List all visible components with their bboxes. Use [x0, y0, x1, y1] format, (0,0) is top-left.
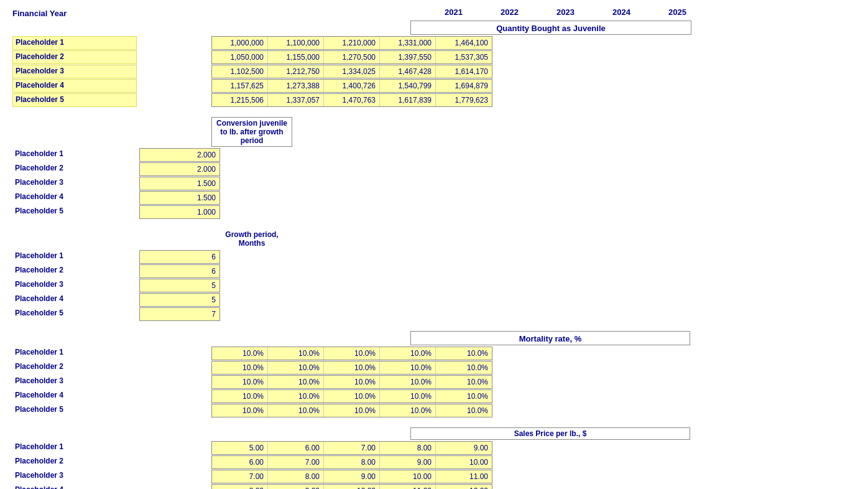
qty-row-cells-0: 1,000,0001,100,0001,210,0001,331,0001,46… [211, 36, 492, 50]
qty-cell-3-2[interactable]: 1,400,726 [324, 80, 380, 92]
growth-rows-label-1: Placeholder 2 [12, 264, 137, 278]
mort-rows-cells-4: 10.0%10.0%10.0%10.0%10.0% [211, 404, 492, 417]
sp-rows-cell-1-0[interactable]: 6.00 [212, 456, 268, 468]
mort-rows-cell-4-0[interactable]: 10.0% [212, 404, 268, 417]
conv-rows-cell-3[interactable]: 1.500 [139, 191, 220, 205]
conversion-section: Conversion juvenileto lb. after growthpe… [12, 117, 856, 219]
growth-rows-cell-0[interactable]: 6 [139, 250, 220, 264]
sp-rows-cell-3-2[interactable]: 10.00 [324, 485, 380, 489]
mort-rows-cell-3-1[interactable]: 10.0% [268, 390, 324, 403]
sp-rows-cell-2-0[interactable]: 7.00 [212, 470, 268, 483]
qty-cell-2-3[interactable]: 1,467,428 [380, 65, 436, 78]
sp-rows-cell-2-4[interactable]: 11.00 [436, 470, 492, 483]
mort-rows-cell-0-1[interactable]: 10.0% [268, 347, 324, 360]
mort-rows-row-4: Placeholder 510.0%10.0%10.0%10.0%10.0% [12, 404, 856, 417]
qty-cell-2-0[interactable]: 1,102,500 [212, 65, 268, 78]
sp-rows-cell-0-4[interactable]: 9.00 [436, 442, 492, 454]
growth-data-rows: Placeholder 16Placeholder 26Placeholder … [12, 250, 856, 321]
sp-rows-row-3: Placeholder 48.009.0010.0011.0012.00 [12, 484, 856, 489]
sp-rows-label-0: Placeholder 1 [12, 441, 137, 455]
conv-rows-cell-2[interactable]: 1.500 [139, 177, 220, 190]
mort-rows-cell-1-4[interactable]: 10.0% [436, 361, 492, 374]
mort-rows-cell-3-2[interactable]: 10.0% [324, 390, 380, 403]
mort-rows-cell-1-1[interactable]: 10.0% [268, 361, 324, 374]
sp-rows-cell-0-2[interactable]: 7.00 [324, 442, 380, 454]
qty-row-label-1: Placeholder 2 [12, 50, 137, 64]
sp-rows-cell-1-1[interactable]: 7.00 [268, 456, 324, 468]
qty-cell-1-2[interactable]: 1,270,500 [324, 51, 380, 63]
mort-rows-label-3: Placeholder 4 [12, 389, 137, 403]
qty-cell-0-3[interactable]: 1,331,000 [380, 37, 436, 49]
qty-cell-1-1[interactable]: 1,155,000 [268, 51, 324, 63]
qty-cell-3-3[interactable]: 1,540,799 [380, 80, 436, 92]
mort-mid-space [211, 331, 410, 345]
sp-rows-cell-3-4[interactable]: 12.00 [436, 485, 492, 489]
sales-price-section: Sales Price per lb., $ Placeholder 15.00… [12, 427, 856, 489]
mort-rows-cell-2-2[interactable]: 10.0% [324, 376, 380, 388]
growth-rows-cell-2[interactable]: 5 [139, 279, 220, 292]
mort-rows-cell-2-0[interactable]: 10.0% [212, 376, 268, 388]
mort-rows-cell-3-3[interactable]: 10.0% [380, 390, 436, 403]
mort-rows-cell-3-0[interactable]: 10.0% [212, 390, 268, 403]
qty-cell-0-2[interactable]: 1,210,000 [324, 37, 380, 49]
conv-rows-label-4: Placeholder 5 [12, 205, 137, 219]
conv-rows-label-2: Placeholder 3 [12, 177, 137, 190]
sp-rows-cell-1-2[interactable]: 8.00 [324, 456, 380, 468]
conv-rows-cell-4[interactable]: 1.000 [139, 205, 220, 219]
qty-cell-3-4[interactable]: 1,694,879 [436, 80, 492, 92]
mort-rows-cell-1-2[interactable]: 10.0% [324, 361, 380, 374]
mort-rows-cell-4-2[interactable]: 10.0% [324, 404, 380, 417]
qty-cell-1-0[interactable]: 1,050,000 [212, 51, 268, 63]
qty-cell-4-4[interactable]: 1,779,623 [436, 94, 492, 106]
qty-cell-3-0[interactable]: 1,157,625 [212, 80, 268, 92]
growth-rows-cell-3[interactable]: 5 [139, 293, 220, 307]
mort-rows-cell-4-4[interactable]: 10.0% [436, 404, 492, 417]
sp-rows-cell-3-3[interactable]: 11.00 [380, 485, 436, 489]
mort-rows-cell-3-4[interactable]: 10.0% [436, 390, 492, 403]
qty-title-cells: Quantity Bought as Juvenile [410, 21, 691, 35]
conv-rows-cell-1[interactable]: 2.000 [139, 162, 220, 176]
mort-rows-cell-1-0[interactable]: 10.0% [212, 361, 268, 374]
qty-cell-0-4[interactable]: 1,464,100 [436, 37, 492, 49]
qty-cell-4-1[interactable]: 1,337,057 [268, 94, 324, 106]
qty-cell-4-0[interactable]: 1,215,506 [212, 94, 268, 106]
growth-rows-cell-4[interactable]: 7 [139, 307, 220, 321]
sp-rows-cell-0-1[interactable]: 6.00 [268, 442, 324, 454]
mort-rows-cell-0-4[interactable]: 10.0% [436, 347, 492, 360]
financial-year-label: Financial Year [12, 9, 67, 18]
mort-rows-label-0: Placeholder 1 [12, 347, 137, 360]
sp-rows-cell-3-1[interactable]: 9.00 [268, 485, 324, 489]
growth-rows-cell-1[interactable]: 6 [139, 264, 220, 278]
mort-rows-cell-4-1[interactable]: 10.0% [268, 404, 324, 417]
qty-data-rows: Placeholder 11,000,0001,100,0001,210,000… [12, 36, 856, 107]
sp-rows-cell-3-0[interactable]: 8.00 [212, 485, 268, 489]
sp-rows-cell-1-3[interactable]: 9.00 [380, 456, 436, 468]
mortality-title-row: Mortality rate, % [12, 331, 856, 345]
mort-rows-cell-1-3[interactable]: 10.0% [380, 361, 436, 374]
conv-rows-cell-0[interactable]: 2.000 [139, 148, 220, 162]
mort-rows-cell-2-4[interactable]: 10.0% [436, 376, 492, 388]
sp-rows-cell-2-1[interactable]: 8.00 [268, 470, 324, 483]
qty-cell-2-1[interactable]: 1,212,750 [268, 65, 324, 78]
mort-rows-cell-0-3[interactable]: 10.0% [380, 347, 436, 360]
mort-rows-cell-0-2[interactable]: 10.0% [324, 347, 380, 360]
sp-rows-cell-2-2[interactable]: 9.00 [324, 470, 380, 483]
mort-rows-cell-4-3[interactable]: 10.0% [380, 404, 436, 417]
sp-rows-cell-0-3[interactable]: 8.00 [380, 442, 436, 454]
qty-cell-4-3[interactable]: 1,617,839 [380, 94, 436, 106]
qty-cell-0-1[interactable]: 1,100,000 [268, 37, 324, 49]
qty-cell-0-0[interactable]: 1,000,000 [212, 37, 268, 49]
qty-cell-1-4[interactable]: 1,537,305 [436, 51, 492, 63]
mort-rows-cell-2-1[interactable]: 10.0% [268, 376, 324, 388]
mort-rows-cell-0-0[interactable]: 10.0% [212, 347, 268, 360]
sp-rows-cell-2-3[interactable]: 10.00 [380, 470, 436, 483]
mort-rows-cell-2-3[interactable]: 10.0% [380, 376, 436, 388]
sp-rows-cell-0-0[interactable]: 5.00 [212, 442, 268, 454]
qty-cell-1-3[interactable]: 1,397,550 [380, 51, 436, 63]
sp-rows-cell-1-4[interactable]: 10.00 [436, 456, 492, 468]
qty-cell-2-2[interactable]: 1,334,025 [324, 65, 380, 78]
qty-mid-space [211, 21, 410, 35]
qty-cell-3-1[interactable]: 1,273,388 [268, 80, 324, 92]
qty-cell-4-2[interactable]: 1,470,763 [324, 94, 380, 106]
qty-cell-2-4[interactable]: 1,614,170 [436, 65, 492, 78]
